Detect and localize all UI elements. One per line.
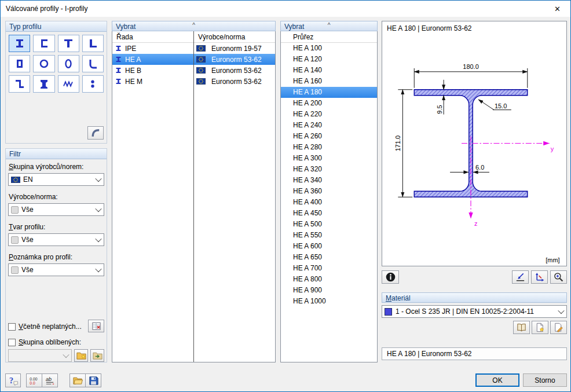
dropdown-arrow-icon bbox=[93, 204, 104, 215]
material-edit-button[interactable] bbox=[550, 321, 567, 334]
material-library-button[interactable] bbox=[513, 321, 530, 334]
open-button[interactable] bbox=[69, 373, 86, 387]
vendor-norm-label: Výrobce/norma: bbox=[9, 193, 104, 201]
size-select-panel: Vybrat ^ Průřez HE A 100HE A 120HE A 140… bbox=[280, 21, 378, 362]
include-invalid-checkbox[interactable] bbox=[8, 323, 16, 331]
t-profile-icon bbox=[63, 38, 74, 49]
l-profile-button[interactable] bbox=[82, 35, 104, 52]
rename-button[interactable]: ab bbox=[42, 373, 58, 387]
save-icon bbox=[88, 375, 99, 386]
pipe-profile-button[interactable] bbox=[33, 55, 54, 72]
i-profile-button[interactable] bbox=[9, 35, 30, 52]
axes-orientation-button[interactable] bbox=[531, 270, 548, 284]
size-item-he-a-600[interactable]: HE A 600 bbox=[281, 241, 377, 252]
size-column-header[interactable]: Průřez bbox=[281, 31, 377, 43]
size-item-he-a-450[interactable]: HE A 450 bbox=[281, 208, 377, 219]
rolled-profiles-dialog: Válcované profily - I-profily ✕ Typ prof… bbox=[0, 0, 571, 392]
eu-flag-icon bbox=[196, 78, 206, 85]
size-item-he-a-180[interactable]: HE A 180 bbox=[281, 87, 377, 98]
corrugated-profile-button[interactable] bbox=[58, 75, 79, 93]
size-item-he-a-700[interactable]: HE A 700 bbox=[281, 263, 377, 274]
manage-favorites-icon bbox=[92, 350, 103, 361]
filter-panel: Filtr Skupina výrobců/norem: EN Výrobce/… bbox=[5, 148, 107, 362]
size-item-he-a-220[interactable]: HE A 220 bbox=[281, 109, 377, 120]
size-item-he-a-240[interactable]: HE A 240 bbox=[281, 120, 377, 131]
info-button[interactable] bbox=[382, 270, 399, 284]
sort-caret-icon[interactable]: ^ bbox=[328, 23, 331, 28]
include-invalid-row: Včetně neplatných... bbox=[8, 320, 104, 333]
size-item-he-a-160[interactable]: HE A 160 bbox=[281, 76, 377, 87]
axis-y-label: y bbox=[551, 145, 554, 152]
save-button[interactable] bbox=[85, 373, 101, 387]
sort-caret-icon[interactable]: ^ bbox=[192, 23, 195, 28]
units-button[interactable]: 0.000.0 bbox=[26, 373, 42, 387]
material-combo[interactable]: 1 - Ocel S 235 JR | DIN EN 10025-2:2004-… bbox=[382, 305, 567, 318]
dropdown-arrow-icon bbox=[93, 174, 104, 185]
size-item-he-a-320[interactable]: HE A 320 bbox=[281, 164, 377, 175]
info-icon bbox=[385, 272, 396, 283]
size-item-he-a-400[interactable]: HE A 400 bbox=[281, 197, 377, 208]
t-profile-button[interactable] bbox=[58, 35, 79, 52]
close-button[interactable]: ✕ bbox=[544, 1, 570, 17]
vendor-norm-combo[interactable]: Vše bbox=[8, 203, 104, 216]
size-item-he-a-200[interactable]: HE A 200 bbox=[281, 98, 377, 109]
size-item-he-a-650[interactable]: HE A 650 bbox=[281, 252, 377, 263]
all-swatch-icon bbox=[11, 206, 19, 214]
dim-fillet-radius: 15.0 bbox=[495, 102, 507, 109]
zoom-detail-button[interactable] bbox=[550, 270, 567, 284]
u-profile-button[interactable] bbox=[33, 35, 54, 52]
size-item-he-a-120[interactable]: HE A 120 bbox=[281, 54, 377, 65]
size-item-he-a-1000[interactable]: HE A 1000 bbox=[281, 296, 377, 307]
i-profile-icon bbox=[115, 45, 122, 52]
favorites-new-button[interactable] bbox=[74, 349, 88, 362]
z-profile-button[interactable] bbox=[9, 75, 30, 93]
size-item-he-a-280[interactable]: HE A 280 bbox=[281, 142, 377, 153]
size-item-he-a-260[interactable]: HE A 260 bbox=[281, 131, 377, 142]
size-item-he-a-500[interactable]: HE A 500 bbox=[281, 219, 377, 230]
angle-profile-button[interactable] bbox=[82, 55, 104, 72]
dim-width: 180.0 bbox=[463, 63, 478, 70]
size-item-he-a-550[interactable]: HE A 550 bbox=[281, 230, 377, 241]
help-button[interactable]: ? bbox=[5, 373, 21, 387]
hollow-box-profile-button[interactable] bbox=[9, 55, 30, 72]
series-name: HE B bbox=[125, 67, 141, 75]
size-item-he-a-100[interactable]: HE A 100 bbox=[281, 43, 377, 54]
eu-flag-icon bbox=[196, 67, 206, 74]
norm-column-header[interactable]: Výrobce/norma bbox=[193, 33, 275, 41]
svg-text:0.0: 0.0 bbox=[30, 380, 35, 384]
filter-body: Skupina výrobců/norem: EN Výrobce/norma:… bbox=[6, 159, 107, 362]
favorites-row: Skupina oblíbených: bbox=[8, 336, 104, 349]
section-preview: HE A 180 | Euronorm 53-62 bbox=[382, 21, 567, 266]
dimension-labels: 180.0 171.0 9.5 15.0 6.0 bbox=[394, 63, 507, 171]
dimension-lines-button[interactable] bbox=[512, 270, 529, 284]
material-new-button[interactable] bbox=[532, 321, 548, 334]
size-item-he-a-360[interactable]: HE A 360 bbox=[281, 186, 377, 197]
shape-combo[interactable]: Vše bbox=[8, 233, 104, 246]
size-item-he-a-300[interactable]: HE A 300 bbox=[281, 153, 377, 164]
edit-invalid-button[interactable] bbox=[88, 320, 104, 332]
l-profile-icon bbox=[87, 38, 98, 49]
special-profiles-button[interactable] bbox=[87, 126, 104, 140]
axes-icon bbox=[534, 272, 545, 283]
round-bar-profile-button[interactable] bbox=[82, 75, 104, 93]
size-item-he-a-340[interactable]: HE A 340 bbox=[281, 175, 377, 186]
i-profile-icon bbox=[115, 67, 122, 74]
note-combo[interactable]: Vše bbox=[8, 263, 104, 276]
dropdown-arrow-icon bbox=[93, 264, 104, 276]
section-preview-title: HE A 180 | Euronorm 53-62 bbox=[382, 21, 566, 35]
size-item-he-a-140[interactable]: HE A 140 bbox=[281, 65, 377, 76]
all-swatch-icon bbox=[11, 236, 19, 244]
size-item-he-a-800[interactable]: HE A 800 bbox=[281, 274, 377, 285]
selected-profile-field: HE A 180 | Euronorm 53-62 bbox=[382, 347, 567, 360]
all-swatch-icon bbox=[11, 266, 19, 274]
favorites-manage-button[interactable] bbox=[90, 349, 104, 362]
favorites-checkbox[interactable] bbox=[8, 339, 16, 346]
size-item-he-a-900[interactable]: HE A 900 bbox=[281, 285, 377, 296]
cancel-button[interactable]: Storno bbox=[523, 373, 567, 387]
favorites-combo bbox=[8, 349, 72, 362]
group-norm-combo[interactable]: EN bbox=[8, 173, 104, 186]
ok-button[interactable]: OK bbox=[475, 373, 519, 387]
rail-profile-button[interactable] bbox=[33, 75, 54, 93]
oval-profile-button[interactable] bbox=[58, 55, 79, 72]
series-column-header[interactable]: Řada bbox=[112, 33, 193, 41]
